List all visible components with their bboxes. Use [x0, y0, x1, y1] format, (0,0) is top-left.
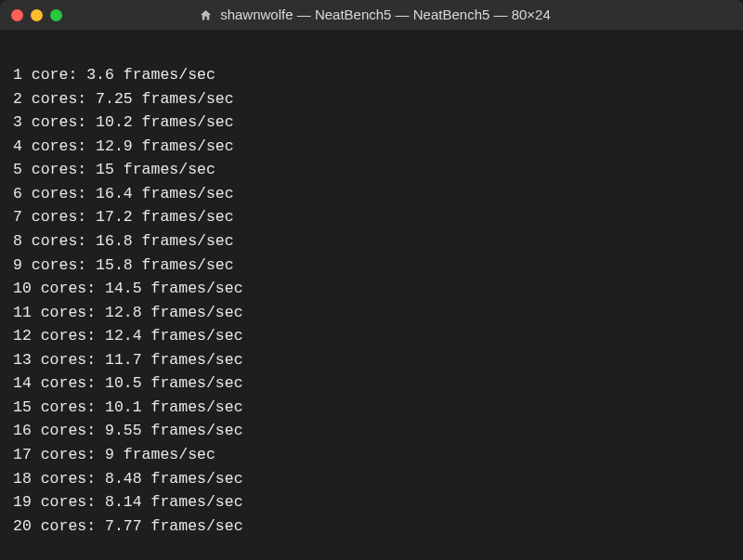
result-text: 20 cores: 7.77 frames/sec	[13, 517, 243, 535]
result-row: 2 cores: 7.25 frames/sec	[13, 87, 730, 111]
result-text: 19 cores: 8.14 frames/sec	[13, 493, 243, 511]
home-icon	[199, 8, 213, 22]
result-text: 1 core: 3.6 frames/sec	[13, 66, 215, 84]
result-row: 18 cores: 8.48 frames/sec	[13, 467, 730, 491]
result-row: 16 cores: 9.55 frames/sec	[13, 419, 730, 443]
result-row: 5 cores: 15 frames/sec	[13, 158, 730, 182]
result-text: 10 cores: 14.5 frames/sec	[13, 280, 243, 297]
result-row: 20 cores: 7.77 frames/sec	[13, 514, 730, 539]
result-row: 9 cores: 15.8 frames/sec	[13, 254, 730, 278]
result-row: 19 cores: 8.14 frames/sec	[13, 490, 730, 514]
result-text: 15 cores: 10.1 frames/sec	[13, 398, 243, 416]
result-row: 8 cores: 16.8 frames/sec	[13, 229, 730, 254]
result-row: 15 cores: 10.1 frames/sec	[13, 396, 730, 420]
result-row: 17 cores: 9 frames/sec	[13, 443, 730, 467]
result-text: 13 cores: 11.7 frames/sec	[13, 351, 243, 369]
result-row: 14 cores: 10.5 frames/sec	[13, 371, 730, 396]
result-text: 3 cores: 10.2 frames/sec	[13, 113, 234, 131]
window-title-area: shawnwolfe — NeatBench5 — NeatBench5 — 8…	[18, 4, 732, 25]
result-row: 7 cores: 17.2 frames/sec	[13, 205, 730, 229]
result-text: 17 cores: 9 frames/sec	[13, 446, 215, 463]
result-text: 9 cores: 15.8 frames/sec	[13, 256, 234, 274]
window-titlebar[interactable]: shawnwolfe — NeatBench5 — NeatBench5 — 8…	[0, 0, 743, 30]
result-text: 14 cores: 10.5 frames/sec	[13, 374, 243, 392]
result-row: 4 cores: 12.9 frames/sec	[13, 135, 730, 159]
window-title: shawnwolfe — NeatBench5 — NeatBench5 — 8…	[220, 4, 551, 25]
result-text: 5 cores: 15 frames/sec	[13, 161, 215, 178]
result-text: 4 cores: 12.9 frames/sec	[13, 137, 234, 155]
result-text: 6 cores: 16.4 frames/sec	[13, 185, 234, 202]
result-text: 12 cores: 12.4 frames/sec	[13, 327, 243, 345]
result-text: 11 cores: 12.8 frames/sec	[13, 304, 243, 321]
result-row: 12 cores: 12.4 frames/sec	[13, 324, 730, 348]
blank-line	[13, 538, 730, 560]
result-row: 13 cores: 11.7 frames/sec	[13, 348, 730, 372]
result-text: 2 cores: 7.25 frames/sec	[13, 90, 234, 108]
terminal-output[interactable]: 1 core: 3.6 frames/sec2 cores: 7.25 fram…	[0, 30, 743, 560]
result-text: 16 cores: 9.55 frames/sec	[13, 422, 243, 439]
result-text: 18 cores: 8.48 frames/sec	[13, 470, 243, 488]
result-row: 3 cores: 10.2 frames/sec	[13, 111, 730, 135]
result-text: 7 cores: 17.2 frames/sec	[13, 208, 234, 226]
result-row: 10 cores: 14.5 frames/sec	[13, 277, 730, 301]
result-row: 11 cores: 12.8 frames/sec	[13, 301, 730, 325]
result-row: 1 core: 3.6 frames/sec	[13, 63, 730, 87]
result-row: 6 cores: 16.4 frames/sec	[13, 182, 730, 206]
result-text: 8 cores: 16.8 frames/sec	[13, 232, 234, 250]
